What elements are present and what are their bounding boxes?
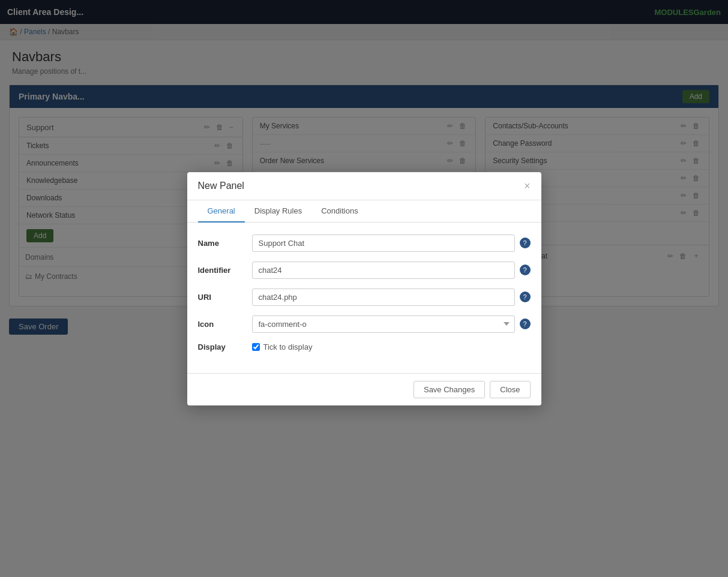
display-group: Display Tick to display — [198, 342, 531, 351]
identifier-group: Identifier ? — [198, 262, 531, 279]
display-input-wrap: Tick to display — [252, 342, 531, 351]
close-modal-button[interactable]: Close — [490, 381, 530, 398]
uri-input[interactable] — [252, 288, 515, 306]
new-panel-modal: New Panel × General Display Rules Condit… — [187, 172, 541, 405]
tab-conditions[interactable]: Conditions — [311, 200, 367, 223]
icon-input-wrap: fa-comment-o fa-home fa-user fa-cog fa-e… — [252, 315, 531, 333]
icon-group: Icon fa-comment-o fa-home fa-user fa-cog… — [198, 315, 531, 333]
modal-title: New Panel — [198, 181, 244, 191]
tab-display-rules[interactable]: Display Rules — [245, 200, 311, 223]
modal-header: New Panel × — [187, 172, 541, 200]
identifier-input-wrap: ? — [252, 262, 531, 279]
tab-general[interactable]: General — [198, 200, 245, 223]
modal-tabs: General Display Rules Conditions — [187, 200, 541, 223]
uri-input-wrap: ? — [252, 288, 531, 306]
icon-select[interactable]: fa-comment-o fa-home fa-user fa-cog fa-e… — [252, 315, 515, 333]
name-group: Name ? — [198, 235, 531, 252]
display-checkbox[interactable] — [252, 343, 260, 351]
identifier-label: Identifier — [198, 266, 252, 275]
display-checkbox-label[interactable]: Tick to display — [252, 342, 313, 351]
name-input-wrap: ? — [252, 235, 531, 252]
uri-help-icon[interactable]: ? — [520, 291, 531, 302]
name-label: Name — [198, 239, 252, 248]
identifier-input[interactable] — [252, 262, 515, 279]
identifier-help-icon[interactable]: ? — [520, 265, 531, 275]
save-changes-button[interactable]: Save Changes — [414, 381, 485, 398]
display-checkbox-text: Tick to display — [263, 342, 313, 351]
icon-help-icon[interactable]: ? — [520, 318, 531, 329]
uri-label: URI — [198, 293, 252, 302]
uri-group: URI ? — [198, 288, 531, 306]
name-help-icon[interactable]: ? — [520, 238, 531, 248]
display-label: Display — [198, 342, 252, 351]
modal-overlay: New Panel × General Display Rules Condit… — [0, 0, 728, 577]
modal-body: Name ? Identifier ? URI ? — [187, 223, 541, 373]
name-input[interactable] — [252, 235, 515, 252]
icon-label: Icon — [198, 320, 252, 329]
modal-close-button[interactable]: × — [524, 181, 531, 191]
modal-footer: Save Changes Close — [187, 373, 541, 405]
